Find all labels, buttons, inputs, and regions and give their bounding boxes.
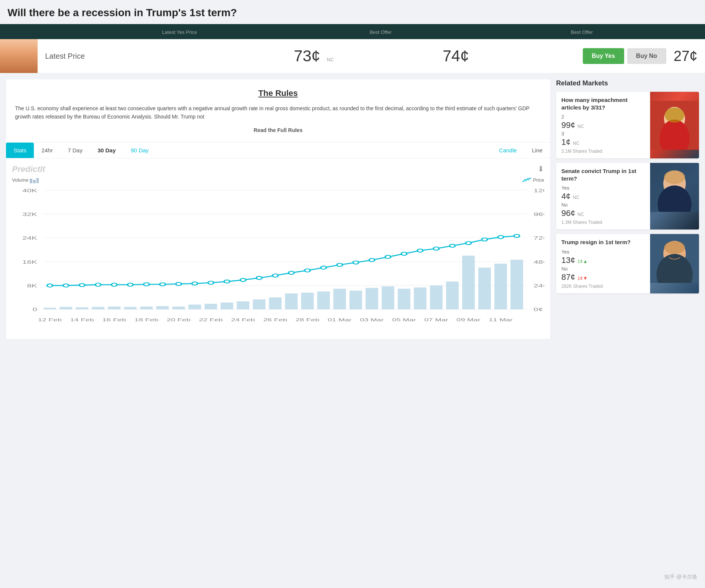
market-card-image-pelosi bbox=[650, 92, 699, 158]
svg-text:20 Feb: 20 Feb bbox=[167, 317, 191, 322]
price-header: Latest Yes Price Best Offer Best Offer bbox=[0, 24, 705, 39]
latest-price-value: 73¢ NC bbox=[291, 47, 337, 65]
svg-rect-35 bbox=[237, 301, 250, 309]
tab-candle[interactable]: Candle bbox=[491, 143, 525, 158]
svg-rect-0 bbox=[30, 179, 32, 183]
market-shares-3: 282K Shares Traded bbox=[561, 284, 645, 289]
market-shares-2: 1.3M Shares Traded bbox=[561, 220, 645, 225]
best-offer-label-1: Best Offer bbox=[280, 26, 481, 38]
buy-no-button[interactable]: Buy No bbox=[627, 48, 666, 64]
svg-rect-40 bbox=[317, 292, 330, 310]
svg-point-54 bbox=[63, 284, 69, 287]
svg-point-77 bbox=[434, 247, 439, 250]
svg-text:14 Feb: 14 Feb bbox=[70, 317, 94, 322]
read-full-rules-link[interactable]: Read the Full Rules bbox=[15, 126, 541, 136]
svg-text:8K: 8K bbox=[27, 283, 37, 289]
svg-point-71 bbox=[337, 263, 343, 266]
svg-point-70 bbox=[321, 266, 326, 269]
svg-rect-27 bbox=[108, 307, 121, 309]
svg-point-53 bbox=[47, 284, 53, 287]
svg-rect-39 bbox=[301, 293, 314, 309]
best-offer-value: 27¢ bbox=[674, 48, 705, 64]
svg-point-80 bbox=[482, 238, 487, 241]
svg-rect-2 bbox=[36, 178, 39, 183]
svg-point-78 bbox=[450, 244, 455, 247]
market-card-senate[interactable]: Senate convict Trump in 1st term? Yes 4¢… bbox=[556, 163, 699, 229]
svg-point-79 bbox=[465, 242, 471, 245]
svg-point-55 bbox=[79, 283, 85, 286]
tab-7day[interactable]: 7 Day bbox=[60, 143, 90, 158]
market-card-info-3: Trump resign in 1st term? Yes 13¢ 1¢▲ No… bbox=[556, 234, 650, 293]
market-option-1-3: 3 bbox=[561, 131, 645, 137]
svg-rect-37 bbox=[269, 297, 282, 309]
chart-brand: PredictIt bbox=[12, 164, 45, 174]
change-down-icon: 1¢▼ bbox=[578, 275, 588, 281]
svg-rect-50 bbox=[478, 267, 491, 309]
tab-30day[interactable]: 30 Day bbox=[90, 143, 123, 158]
related-markets-title: Related Markets bbox=[556, 79, 699, 87]
svg-text:32K: 32K bbox=[22, 212, 37, 217]
svg-text:0¢: 0¢ bbox=[534, 307, 543, 312]
svg-point-75 bbox=[401, 252, 407, 255]
chart-area: PredictIt ⬇ Volume Price 40K 32K bbox=[6, 158, 550, 339]
svg-point-76 bbox=[417, 249, 423, 252]
svg-rect-52 bbox=[511, 260, 523, 309]
svg-text:48¢: 48¢ bbox=[534, 259, 544, 264]
svg-point-108 bbox=[664, 241, 685, 254]
change-up-icon: 1¢▲ bbox=[578, 258, 588, 264]
svg-rect-44 bbox=[382, 286, 394, 309]
tab-stats[interactable]: Stats bbox=[6, 143, 34, 158]
tab-line[interactable]: Line bbox=[525, 143, 550, 158]
volume-legend: Volume bbox=[12, 177, 39, 183]
svg-point-67 bbox=[273, 274, 278, 277]
svg-text:03 Mar: 03 Mar bbox=[360, 317, 384, 322]
svg-point-73 bbox=[369, 258, 375, 261]
market-card-title-3: Trump resign in 1st term? bbox=[561, 239, 645, 246]
svg-text:16K: 16K bbox=[22, 259, 37, 264]
svg-rect-30 bbox=[156, 306, 169, 309]
market-card-title-1: How many impeachment articles by 3/31? bbox=[561, 96, 645, 111]
svg-rect-31 bbox=[172, 307, 185, 309]
svg-text:22 Feb: 22 Feb bbox=[199, 317, 223, 322]
svg-point-3 bbox=[525, 179, 526, 181]
svg-text:28 Feb: 28 Feb bbox=[296, 317, 320, 322]
main-content: The Rules The U.S. economy shall experie… bbox=[0, 73, 705, 345]
tab-24hr[interactable]: 24hr bbox=[34, 143, 60, 158]
svg-point-68 bbox=[288, 271, 294, 274]
best-bid-value: 74¢ bbox=[337, 47, 575, 65]
svg-point-61 bbox=[176, 282, 182, 285]
price-legend: Price bbox=[522, 177, 544, 183]
svg-rect-1 bbox=[33, 180, 36, 183]
chart-wrapper: 40K 32K 24K 16K 8K 0 120¢ 96¢ 72¢ 48¢ 24… bbox=[12, 186, 544, 329]
market-shares-1: 3.1M Shares Traded bbox=[561, 149, 645, 154]
svg-rect-34 bbox=[221, 302, 233, 309]
rules-section: The Rules The U.S. economy shall experie… bbox=[6, 79, 550, 143]
svg-rect-46 bbox=[414, 287, 427, 309]
svg-text:120¢: 120¢ bbox=[534, 188, 544, 193]
svg-text:16 Feb: 16 Feb bbox=[102, 317, 126, 322]
svg-text:18 Feb: 18 Feb bbox=[135, 317, 159, 322]
buy-buttons: Buy Yes Buy No bbox=[575, 48, 674, 64]
market-card-resign[interactable]: Trump resign in 1st term? Yes 13¢ 1¢▲ No… bbox=[556, 234, 699, 293]
tabs-bar: Stats 24hr 7 Day 30 Day 90 Day Candle Li… bbox=[6, 143, 550, 158]
svg-rect-26 bbox=[92, 307, 105, 309]
svg-point-4 bbox=[528, 178, 529, 180]
svg-rect-49 bbox=[462, 256, 475, 310]
svg-text:12 Feb: 12 Feb bbox=[38, 317, 62, 322]
tab-90day[interactable]: 90 Day bbox=[123, 143, 156, 158]
avatar bbox=[0, 39, 38, 73]
svg-point-63 bbox=[208, 281, 214, 284]
download-icon[interactable]: ⬇ bbox=[538, 164, 544, 173]
svg-rect-47 bbox=[430, 286, 443, 309]
svg-rect-41 bbox=[334, 289, 346, 309]
svg-point-65 bbox=[240, 278, 246, 281]
svg-point-101 bbox=[665, 108, 684, 123]
svg-rect-48 bbox=[446, 281, 459, 309]
svg-text:72¢: 72¢ bbox=[534, 236, 544, 241]
chart-legend: Volume Price bbox=[12, 177, 544, 183]
svg-text:40K: 40K bbox=[22, 188, 37, 193]
svg-text:05 Mar: 05 Mar bbox=[392, 317, 416, 322]
buy-yes-button[interactable]: Buy Yes bbox=[583, 48, 624, 64]
market-card-impeachment[interactable]: How many impeachment articles by 3/31? 2… bbox=[556, 92, 699, 158]
market-card-info-2: Senate convict Trump in 1st term? Yes 4¢… bbox=[556, 163, 650, 229]
